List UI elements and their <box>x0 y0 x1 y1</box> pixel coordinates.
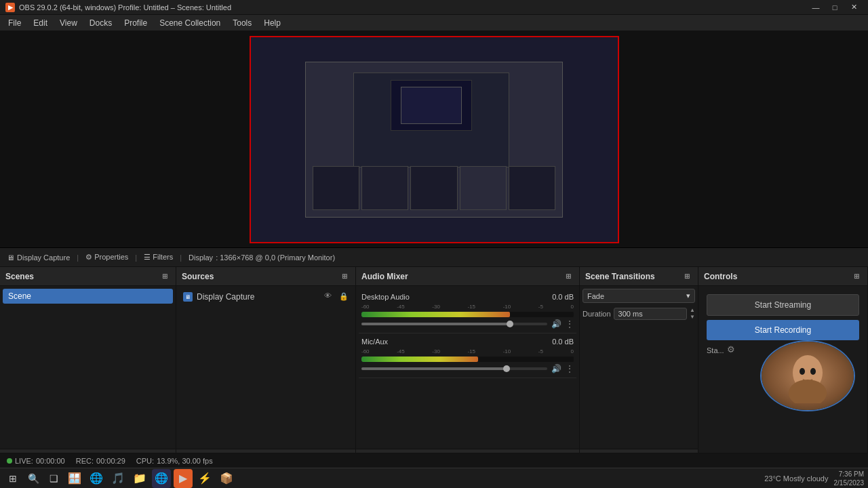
menu-scene-collection[interactable]: Scene Collection <box>154 17 226 29</box>
display-info: Display : 1366×768 @ 0,0 (Primary Monito… <box>189 253 335 262</box>
transition-type-select[interactable]: Fade ▾ <box>583 289 695 303</box>
controls-panel: Controls ⊞ Start Streaming Start Recordi… <box>698 267 868 470</box>
taskbar-left: ⊞ 🔍 ❑ 🪟 🌐 🎵 📁 🌐 ▶ ⚡ 📦 <box>4 469 236 488</box>
scenes-panel: Scenes ⊞ Scene + ✕ □ ▲ ▼ <box>0 267 176 470</box>
title-bar-controls: — □ ✕ <box>807 1 863 14</box>
transitions-panel-header: Scene Transitions ⊞ <box>580 267 698 286</box>
preview-panels <box>313 166 555 210</box>
audio-mixer-panel: Audio Mixer ⊞ Desktop Audio 0.0 dB -60-4… <box>356 267 580 470</box>
menu-help[interactable]: Help <box>258 17 286 29</box>
controls-header-icons: ⊞ <box>851 271 862 282</box>
mic-audio-name: Mic/Aux <box>361 338 388 346</box>
preview-inner-screen <box>353 73 509 167</box>
taskbar-app-edge[interactable]: 🪟 <box>65 469 84 488</box>
obs-icon: ▶ <box>5 3 15 12</box>
taskbar-app-other1[interactable]: ⚡ <box>195 469 214 488</box>
desktop-mute-button[interactable]: 🔊 <box>551 319 561 329</box>
taskbar-app-other2[interactable]: 📦 <box>217 469 236 488</box>
taskbar-app-files[interactable]: 📁 <box>130 469 149 488</box>
properties-button[interactable]: ⚙ Properties <box>85 253 128 262</box>
menu-docks[interactable]: Docks <box>84 17 117 29</box>
status-label: Sta... <box>707 346 724 354</box>
sources-panel: Sources ⊞ 🖥 Display Capture 👁 🔒 + ✕ ⚙ ▲ … <box>176 267 356 470</box>
mic-menu-button[interactable]: ⋮ <box>566 364 574 373</box>
close-button[interactable]: ✕ <box>845 1 863 14</box>
taskbar: ⊞ 🔍 ❑ 🪟 🌐 🎵 📁 🌐 ▶ ⚡ 📦 23°C Mostly cloudy… <box>0 468 868 488</box>
chevron-down-icon: ▾ <box>686 291 690 300</box>
taskbar-app-music[interactable]: 🎵 <box>108 469 127 488</box>
desktop-volume-slider[interactable] <box>361 323 547 325</box>
maximize-button[interactable]: □ <box>826 1 844 14</box>
menu-view[interactable]: View <box>54 17 83 29</box>
sources-header-icons: ⊞ <box>339 271 350 282</box>
main-panels: Scenes ⊞ Scene + ✕ □ ▲ ▼ Sources ⊞ 🖥 Dis <box>0 267 868 470</box>
source-visibility-button[interactable]: 👁 <box>324 291 335 302</box>
monitor-icon: 🖥 <box>7 253 14 262</box>
audio-expand-icon[interactable]: ⊞ <box>563 271 574 282</box>
cpu-status: CPU: 13.9%, 30.00 fps <box>136 457 213 465</box>
scene-item-scene[interactable]: Scene <box>3 289 173 304</box>
clock-date: 2/15/2023 <box>834 479 865 487</box>
duration-down-button[interactable]: ▼ <box>690 314 695 320</box>
taskbar-app-obs[interactable]: ▶ <box>174 469 193 488</box>
weather-label: 23°C Mostly cloudy <box>764 474 828 483</box>
cpu-label: CPU: <box>136 457 154 465</box>
filters-button[interactable]: ☰ Filters <box>144 253 173 262</box>
menu-edit[interactable]: Edit <box>28 17 53 29</box>
svg-point-1 <box>789 380 827 403</box>
duration-input[interactable]: 300 ms <box>614 308 688 320</box>
menu-tools[interactable]: Tools <box>227 17 257 29</box>
taskbar-app-browser[interactable]: 🌐 <box>87 469 106 488</box>
controls-gear-button[interactable]: ⚙ <box>727 344 739 357</box>
controls-panel-header: Controls ⊞ <box>698 267 867 286</box>
controls-content: Start Streaming Start Recording <box>698 286 867 470</box>
minimize-button[interactable]: — <box>807 1 825 14</box>
mic-mute-button[interactable]: 🔊 <box>551 364 561 373</box>
separator1: | <box>77 253 79 262</box>
webcam-preview <box>760 340 855 411</box>
live-time: 00:00:00 <box>36 457 65 465</box>
desktop-menu-button[interactable]: ⋮ <box>566 319 574 329</box>
start-streaming-button[interactable]: Start Streaming <box>707 294 859 316</box>
controls-inner: Start Streaming Start Recording <box>701 289 865 362</box>
face-svg <box>781 349 835 403</box>
duration-up-button[interactable]: ▲ <box>690 307 695 313</box>
separator3: | <box>180 253 182 262</box>
controls-expand-icon[interactable]: ⊞ <box>851 271 862 282</box>
start-recording-button[interactable]: Start Recording <box>707 320 859 340</box>
search-button[interactable]: 🔍 <box>24 470 42 487</box>
transitions-expand-icon[interactable]: ⊞ <box>682 271 692 282</box>
duration-row: Duration 300 ms ▲ ▼ <box>583 307 695 320</box>
scenes-panel-header: Scenes ⊞ <box>0 267 176 286</box>
rec-status: REC: 00:00:29 <box>76 457 125 465</box>
mic-volume-slider[interactable] <box>361 367 547 370</box>
filters-label: ☰ Filters <box>144 253 173 262</box>
preview-canvas <box>250 36 619 243</box>
mic-meter <box>361 357 574 362</box>
source-bar-icon: 🖥 Display Capture <box>7 253 70 262</box>
cpu-value: 13.9%, 30.00 fps <box>157 457 213 465</box>
taskbar-clock: 7:36 PM 2/15/2023 <box>834 470 865 487</box>
sources-expand-icon[interactable]: ⊞ <box>339 271 350 282</box>
source-name: Display Capture <box>197 292 254 302</box>
source-item-display[interactable]: 🖥 Display Capture 👁 🔒 <box>179 289 353 305</box>
transitions-header-icons: ⊞ <box>682 271 692 282</box>
source-lock-button[interactable]: 🔒 <box>339 292 349 302</box>
scenes-header-icons: ⊞ <box>159 271 170 282</box>
sources-content: 🖥 Display Capture 👁 🔒 <box>176 286 355 449</box>
start-button[interactable]: ⊞ <box>4 470 22 487</box>
title-text: OBS 29.0.2 (64-bit, windows) Profile: Un… <box>19 3 231 12</box>
webcam-face <box>762 342 854 410</box>
menu-profile[interactable]: Profile <box>119 17 153 29</box>
audio-mixer-title: Audio Mixer <box>361 272 408 281</box>
mic-meter-fill <box>361 357 478 362</box>
scenes-title: Scenes <box>5 272 34 281</box>
separator2: | <box>135 253 137 262</box>
menu-file[interactable]: File <box>3 17 26 29</box>
desktop-audio-db: 0.0 dB <box>552 293 574 301</box>
taskbar-app-chrome[interactable]: 🌐 <box>152 469 171 488</box>
scenes-content: Scene <box>0 286 176 449</box>
taskview-button[interactable]: ❑ <box>45 470 62 487</box>
scenes-expand-icon[interactable]: ⊞ <box>159 271 170 282</box>
live-dot <box>7 458 12 464</box>
